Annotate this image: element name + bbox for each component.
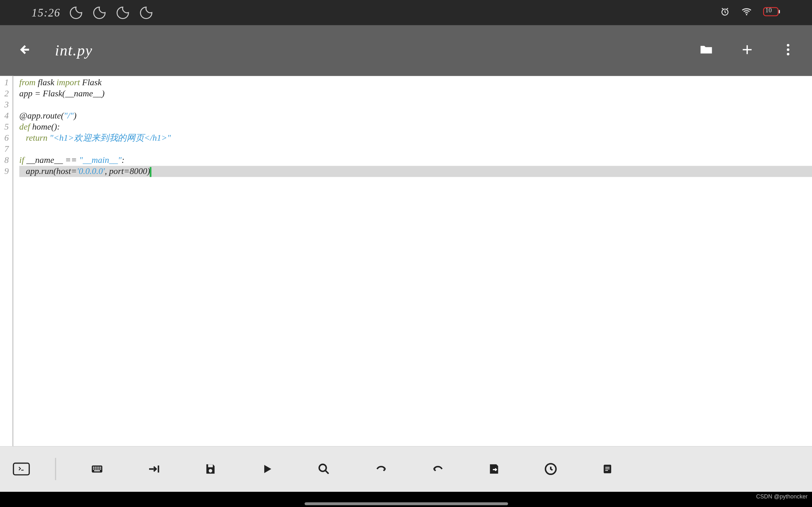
code-line[interactable]: return "<h1>欢迎来到我的网页</h1>": [19, 132, 812, 144]
code-line[interactable]: from flask import Flask: [19, 77, 812, 88]
search-button[interactable]: [308, 453, 340, 485]
code-editor[interactable]: 123456789 from flask import Flaskapp = F…: [0, 76, 812, 447]
watermark: CSDN @pythoncker: [756, 493, 808, 500]
line-number: 3: [0, 99, 9, 110]
tab-button[interactable]: [138, 453, 170, 485]
svg-rect-16: [98, 468, 100, 469]
line-number: 1: [0, 77, 9, 88]
battery-icon: 10: [763, 7, 780, 18]
svg-rect-12: [100, 467, 101, 468]
svg-rect-19: [208, 464, 213, 467]
svg-rect-24: [605, 467, 610, 468]
back-button[interactable]: [16, 42, 32, 59]
line-number: 2: [0, 88, 9, 99]
code-line[interactable]: @app.route("/"): [19, 110, 812, 121]
weather-icon: [139, 5, 154, 20]
new-file-button[interactable]: [740, 42, 755, 59]
more-menu-button[interactable]: [780, 42, 796, 59]
clock-time: 15:26: [32, 6, 61, 19]
code-line[interactable]: def home():: [19, 121, 812, 132]
weather-icon: [68, 5, 84, 20]
home-indicator[interactable]: [304, 502, 507, 505]
code-line[interactable]: if __name__ == "__main__":: [19, 155, 812, 166]
code-line[interactable]: [19, 99, 812, 110]
wifi-icon: [741, 6, 752, 20]
terminal-button[interactable]: [13, 463, 30, 475]
text-cursor: [149, 167, 151, 177]
line-number: 7: [0, 144, 9, 155]
svg-rect-18: [94, 470, 100, 471]
svg-rect-3: [779, 9, 780, 13]
bottom-toolbar: [0, 446, 812, 492]
svg-rect-15: [96, 468, 98, 469]
undo-button[interactable]: [365, 453, 397, 485]
keyboard-button[interactable]: [81, 453, 113, 485]
line-number: 8: [0, 155, 9, 166]
battery-level: 10: [765, 6, 772, 13]
redo-button[interactable]: [421, 453, 453, 485]
toolbar-separator: [55, 458, 56, 480]
line-number: 6: [0, 132, 9, 144]
run-button[interactable]: [252, 453, 283, 485]
line-number: 9: [0, 166, 9, 177]
svg-point-20: [209, 469, 212, 472]
alarm-icon: [720, 6, 730, 19]
file-title: int.py: [55, 42, 93, 59]
line-gutter: 123456789: [0, 76, 13, 447]
svg-point-6: [787, 53, 790, 55]
svg-rect-25: [605, 468, 610, 469]
svg-rect-17: [100, 468, 101, 469]
svg-rect-11: [98, 467, 100, 468]
notes-button[interactable]: [592, 453, 623, 485]
svg-point-21: [319, 464, 326, 471]
code-line[interactable]: app.run(host='0.0.0.0', port=8000): [19, 166, 812, 177]
app-header: int.py: [0, 25, 812, 76]
code-line[interactable]: [19, 144, 812, 155]
folder-button[interactable]: [699, 42, 714, 59]
weather-icon: [92, 5, 107, 20]
svg-rect-9: [95, 467, 96, 468]
weather-icon: [115, 5, 131, 20]
line-number: 5: [0, 121, 9, 132]
svg-point-5: [787, 48, 790, 51]
code-line[interactable]: app = Flask(__name__): [19, 88, 812, 99]
save-button[interactable]: [195, 453, 226, 485]
status-bar: 15:26 10: [0, 0, 812, 25]
svg-rect-10: [96, 467, 98, 468]
svg-point-1: [746, 14, 747, 15]
line-number: 4: [0, 110, 9, 121]
svg-rect-8: [93, 467, 94, 468]
export-button[interactable]: [478, 453, 510, 485]
svg-rect-14: [95, 468, 96, 469]
code-area[interactable]: from flask import Flaskapp = Flask(__nam…: [13, 76, 812, 447]
svg-rect-26: [605, 470, 608, 471]
svg-point-4: [787, 44, 790, 46]
svg-rect-13: [93, 468, 94, 469]
recent-button[interactable]: [535, 453, 567, 485]
